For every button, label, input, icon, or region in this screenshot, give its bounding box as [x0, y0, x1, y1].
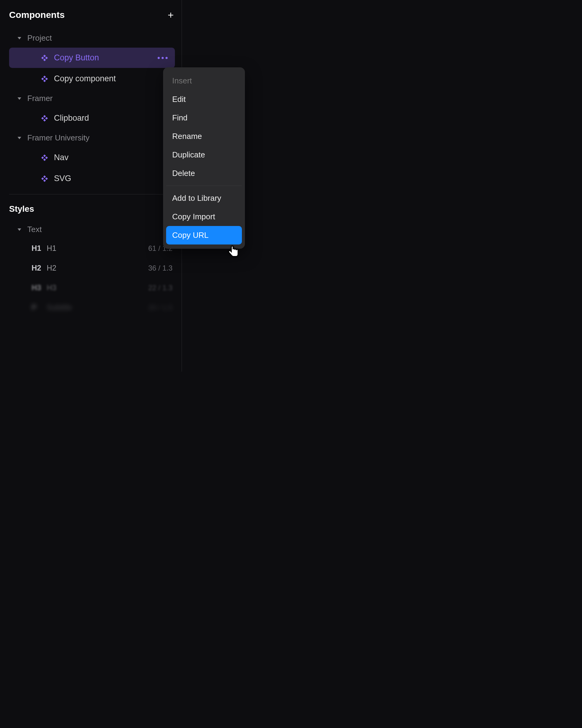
group-label: Framer University [27, 133, 89, 142]
group-label: Project [27, 33, 52, 43]
component-label: Copy component [54, 74, 116, 83]
style-tag: H3 [31, 283, 47, 292]
component-icon [40, 114, 49, 122]
group-label: Framer [27, 94, 53, 103]
styles-title: Styles [0, 197, 182, 220]
more-options-button[interactable] [158, 57, 168, 59]
component-icon [40, 54, 49, 62]
context-menu: Insert Edit Find Rename Duplicate Delete… [163, 67, 245, 249]
ctx-edit[interactable]: Edit [166, 90, 242, 109]
component-item-copy-component[interactable]: Copy component [9, 69, 175, 89]
ctx-delete[interactable]: Delete [166, 164, 242, 183]
side-panel: Components + Project Copy Button Copy co… [0, 0, 182, 371]
style-tag: H1 [31, 244, 47, 253]
ctx-rename[interactable]: Rename [166, 127, 242, 146]
component-icon [40, 175, 49, 183]
component-item-svg[interactable]: SVG [9, 168, 175, 189]
component-label: SVG [54, 174, 71, 183]
style-tag: P [31, 303, 47, 312]
chevron-down-icon [18, 37, 21, 40]
style-name: Subtitle [47, 303, 148, 312]
ctx-copy-import[interactable]: Copy Import [166, 207, 242, 226]
component-label: Nav [54, 153, 68, 162]
styles-group-label: Text [27, 225, 42, 234]
group-framer[interactable]: Framer [0, 89, 182, 107]
style-meta: 20 / 1.5 [148, 303, 172, 312]
styles-group-text[interactable]: Text [0, 220, 182, 238]
component-item-clipboard[interactable]: Clipboard [9, 108, 175, 128]
component-item-nav[interactable]: Nav [9, 148, 175, 168]
ctx-copy-url[interactable]: Copy URL [166, 226, 242, 244]
style-name: H3 [47, 283, 148, 292]
ctx-duplicate[interactable]: Duplicate [166, 146, 242, 164]
component-label: Clipboard [54, 113, 89, 123]
ctx-add-to-library[interactable]: Add to Library [166, 189, 242, 207]
group-framer-university[interactable]: Framer University [0, 129, 182, 147]
style-tag: H2 [31, 264, 47, 272]
menu-separator [166, 186, 242, 186]
style-row-subtitle[interactable]: P Subtitle 20 / 1.5 [0, 297, 182, 317]
ctx-insert: Insert [166, 72, 242, 90]
component-icon [40, 75, 49, 83]
section-divider [9, 194, 174, 194]
component-label: Copy Button [54, 53, 99, 62]
ctx-find[interactable]: Find [166, 109, 242, 127]
chevron-down-icon [18, 228, 21, 231]
component-icon [40, 154, 49, 162]
style-name: H1 [47, 244, 148, 253]
components-header: Components + [0, 7, 182, 29]
style-meta: 22 / 1.3 [148, 284, 172, 292]
component-item-copy-button[interactable]: Copy Button [9, 48, 175, 68]
style-row-h1[interactable]: H1 H1 61 / 1.2 [0, 238, 182, 258]
style-row-h3[interactable]: H3 H3 22 / 1.3 [0, 278, 182, 297]
style-name: H2 [47, 264, 148, 272]
group-project[interactable]: Project [0, 29, 182, 47]
chevron-down-icon [18, 97, 21, 100]
add-component-button[interactable]: + [168, 10, 174, 20]
chevron-down-icon [18, 137, 21, 139]
components-title: Components [9, 10, 64, 20]
style-row-h2[interactable]: H2 H2 36 / 1.3 [0, 258, 182, 278]
style-meta: 36 / 1.3 [148, 264, 172, 272]
